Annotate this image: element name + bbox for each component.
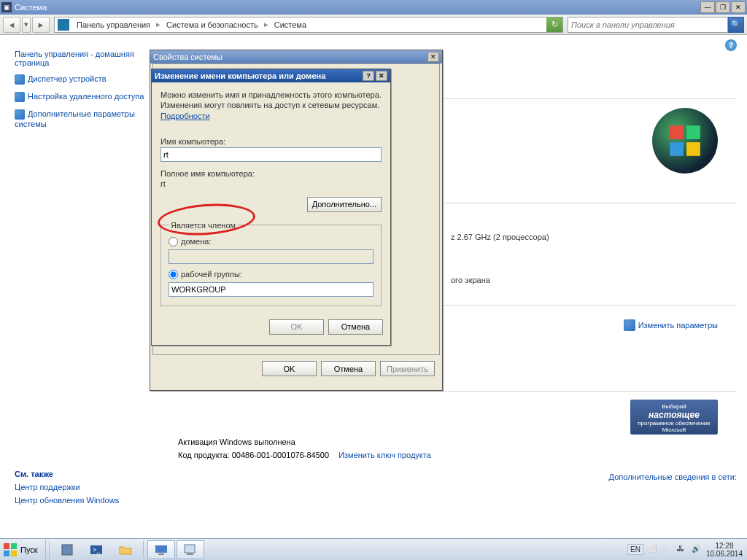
- taskbar-item-explorer[interactable]: [112, 540, 139, 559]
- svg-rect-1: [686, 125, 700, 139]
- refresh-icon[interactable]: ↻: [546, 18, 562, 32]
- genuine-microsoft-badge[interactable]: Выбирай настоящее программное обеспечени…: [630, 400, 718, 435]
- workgroup-input[interactable]: [169, 282, 374, 297]
- sidebar-item-remote[interactable]: Настройка удаленного доступа: [15, 92, 146, 102]
- apply-button[interactable]: Применить: [380, 361, 435, 376]
- clock[interactable]: 12:28 10.06.2014: [706, 542, 743, 558]
- system-tray: EN ⬜ ⚐ 🖧 🔊 12:28 10.06.2014: [627, 542, 747, 558]
- cancel-button[interactable]: Отмена: [328, 319, 383, 335]
- address-bar[interactable]: Панель управления ▸ Система и безопаснос…: [54, 17, 563, 33]
- taskbar: Пуск >_ EN ⬜ ⚐ 🖧 🔊 12:28 10.06.2014: [0, 538, 747, 560]
- help-icon[interactable]: ?: [363, 71, 374, 81]
- start-orb-icon: [3, 542, 18, 557]
- start-label: Пуск: [20, 545, 38, 554]
- start-button[interactable]: Пуск: [0, 540, 46, 560]
- domain-input: [169, 249, 374, 264]
- change-params-link[interactable]: Изменить параметры: [624, 319, 718, 331]
- see-also-link[interactable]: Центр поддержки: [15, 483, 160, 491]
- svg-rect-14: [187, 553, 193, 555]
- clock-time: 12:28: [706, 542, 743, 550]
- maximize-button[interactable]: ❐: [716, 1, 730, 13]
- breadcrumb-item[interactable]: Панель управления: [72, 20, 155, 29]
- close-icon[interactable]: ✕: [427, 52, 439, 62]
- back-button[interactable]: ◄: [3, 17, 20, 33]
- sidebar-home-link[interactable]: Панель управления - домашняя страница: [15, 50, 146, 67]
- svg-rect-5: [11, 543, 17, 549]
- language-indicator[interactable]: EN: [627, 544, 643, 555]
- sidebar-item-advanced[interactable]: Дополнительные параметры системы: [15, 109, 146, 128]
- svg-rect-6: [4, 551, 9, 556]
- see-also-link[interactable]: Центр обновления Windows: [15, 496, 160, 505]
- tray-icon[interactable]: ⬜: [648, 545, 658, 555]
- folder-icon: [118, 542, 133, 557]
- clock-date: 10.06.2014: [706, 550, 743, 558]
- dialog-title: Свойства системы: [153, 52, 222, 61]
- dialog-titlebar[interactable]: Изменение имени компьютера или домена ? …: [152, 69, 390, 82]
- sidebar-item-device-manager[interactable]: Диспетчер устройств: [15, 74, 146, 85]
- activation-section: Активация Windows выполнена Код продукта…: [178, 438, 431, 464]
- svg-rect-7: [11, 551, 17, 556]
- change-key-link[interactable]: Изменить ключ продукта: [338, 451, 431, 459]
- window-titlebar: ▣ Система — ❐ ✕: [0, 0, 747, 15]
- sidebar: Панель управления - домашняя страница Ди…: [15, 50, 146, 136]
- svg-rect-11: [155, 545, 167, 553]
- see-also-section: См. также Центр поддержки Центр обновлен…: [15, 470, 160, 509]
- full-name-label: Полное имя компьютера:: [160, 169, 382, 178]
- svg-text:>_: >_: [93, 546, 101, 553]
- computer-name-input[interactable]: [160, 147, 382, 162]
- taskbar-item-powershell[interactable]: >_: [82, 540, 110, 559]
- close-button[interactable]: ✕: [731, 1, 746, 13]
- screen-text: ого экрана: [451, 276, 490, 284]
- details-link[interactable]: Подробности: [160, 112, 210, 120]
- see-also-header: См. также: [15, 470, 160, 478]
- breadcrumb-item[interactable]: Система и безопасность: [162, 20, 263, 29]
- product-key-label: Код продукта:: [178, 451, 230, 459]
- workgroup-radio[interactable]: [169, 270, 178, 279]
- ok-button[interactable]: OK: [269, 319, 324, 335]
- cpu-info: z 2.67 GHz (2 процессора): [451, 233, 549, 241]
- forward-button[interactable]: ►: [32, 17, 50, 33]
- computer-icon: [183, 542, 198, 557]
- member-of-legend: Является членом: [169, 221, 238, 230]
- minimize-button[interactable]: —: [700, 1, 715, 13]
- help-icon[interactable]: ?: [725, 39, 737, 51]
- shield-icon: [624, 319, 635, 331]
- ok-button[interactable]: OK: [262, 361, 317, 376]
- breadcrumb-icon: [58, 19, 69, 31]
- product-key-value: 00486-001-0001076-84500: [232, 451, 329, 459]
- breadcrumb-item[interactable]: Система: [270, 20, 311, 29]
- advanced-button[interactable]: Дополнительно...: [307, 197, 382, 212]
- toolbar: ◄ ▾ ► Панель управления ▸ Система и безо…: [0, 15, 747, 35]
- svg-rect-3: [686, 142, 700, 156]
- app-icon: ▣: [1, 2, 12, 12]
- flag-icon[interactable]: ⚐: [662, 545, 673, 555]
- network-icon[interactable]: 🖧: [677, 545, 687, 555]
- search-input[interactable]: [568, 17, 728, 33]
- more-info-link[interactable]: Дополнительные сведения в сети:: [609, 472, 737, 481]
- dialog-titlebar[interactable]: Свойства системы ✕: [150, 50, 442, 63]
- close-icon[interactable]: ✕: [376, 71, 387, 81]
- computer-name-label: Имя компьютера:: [160, 137, 382, 146]
- taskbar-item-system[interactable]: [147, 540, 175, 559]
- taskbar-item-system-properties[interactable]: [177, 540, 204, 559]
- dialog-title: Изменение имени компьютера или домена: [155, 71, 325, 80]
- svg-rect-4: [4, 543, 9, 549]
- svg-rect-13: [185, 545, 195, 553]
- taskbar-item-server-manager[interactable]: [53, 540, 81, 559]
- server-icon: [60, 542, 74, 557]
- svg-rect-2: [670, 142, 684, 156]
- domain-label: домена:: [181, 237, 211, 246]
- svg-rect-8: [62, 545, 72, 555]
- back-history-dropdown[interactable]: ▾: [22, 17, 31, 33]
- window-title: Система: [15, 3, 47, 12]
- search-button[interactable]: 🔍: [728, 17, 744, 33]
- rename-computer-dialog: Изменение имени компьютера или домена ? …: [151, 69, 391, 346]
- full-name-value: rt: [160, 179, 382, 188]
- sound-icon[interactable]: 🔊: [692, 545, 702, 555]
- system-icon: [154, 542, 169, 557]
- dialog-description: Можно изменить имя и принадлежность этог…: [160, 90, 382, 121]
- cancel-button[interactable]: Отмена: [321, 361, 376, 376]
- windows-logo-icon: [652, 108, 718, 174]
- powershell-icon: >_: [89, 542, 104, 557]
- domain-radio[interactable]: [169, 237, 178, 246]
